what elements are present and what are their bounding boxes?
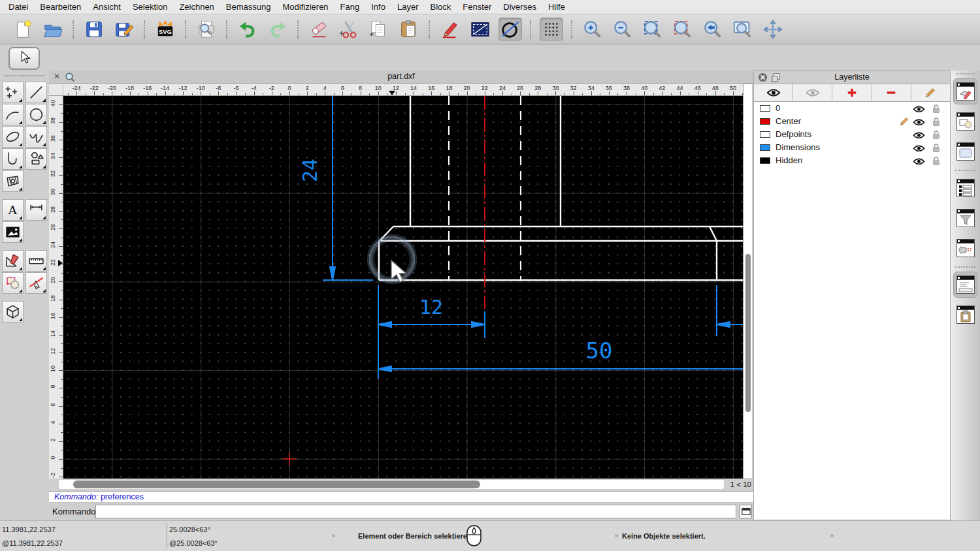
layer-row-dimensions[interactable]: Dimensions bbox=[754, 141, 950, 154]
tool-cube[interactable] bbox=[2, 301, 24, 323]
layer-row-hidden[interactable]: Hidden bbox=[754, 154, 950, 167]
layer-lock-icon[interactable] bbox=[932, 143, 940, 153]
dock-library-browser-button[interactable] bbox=[953, 138, 977, 165]
dock-selection-filter-button[interactable] bbox=[953, 205, 977, 231]
tool-hatch[interactable] bbox=[2, 170, 24, 192]
tool-select[interactable] bbox=[25, 272, 47, 294]
tool-circle[interactable] bbox=[25, 104, 47, 125]
layer-row-defpoints[interactable]: Defpoints bbox=[754, 128, 950, 141]
circle-line-button[interactable] bbox=[498, 18, 522, 41]
menu-datei[interactable]: Datei bbox=[3, 2, 34, 12]
ruler-tick bbox=[662, 91, 662, 95]
panel-close-icon[interactable] bbox=[758, 72, 768, 82]
layer-visibility-icon[interactable] bbox=[913, 118, 925, 126]
command-input[interactable] bbox=[95, 505, 736, 518]
grid-toggle-button[interactable] bbox=[540, 18, 563, 41]
hide-all-layers-button[interactable] bbox=[793, 84, 832, 101]
layer-row-0[interactable]: 0 bbox=[754, 102, 950, 115]
add-layer-button[interactable] bbox=[832, 84, 872, 101]
dock-highlight-button[interactable] bbox=[953, 235, 977, 261]
menu-selektion[interactable]: Selektion bbox=[127, 2, 173, 12]
show-all-layers-button[interactable] bbox=[754, 84, 793, 101]
vertical-scrollbar-thumb[interactable] bbox=[745, 254, 751, 412]
menu-bemassung[interactable]: Bemassung bbox=[220, 2, 277, 12]
menu-layer[interactable]: Layer bbox=[391, 2, 425, 12]
open-file-button[interactable] bbox=[41, 18, 65, 41]
menu-diverses[interactable]: Diverses bbox=[497, 2, 542, 12]
layer-visibility-icon[interactable] bbox=[913, 131, 925, 139]
layer-panel: Layerliste 0CenterDefpointsDimensionsHid… bbox=[753, 71, 951, 520]
menu-fang[interactable]: Fang bbox=[335, 2, 366, 12]
layer-visibility-icon[interactable] bbox=[913, 104, 925, 113]
drawing-canvas[interactable]: 241250 bbox=[63, 96, 743, 479]
menu-ansicht[interactable]: Ansicht bbox=[87, 2, 127, 12]
menu-bearbeiten[interactable]: Bearbeiten bbox=[34, 2, 87, 12]
undo-button[interactable] bbox=[236, 18, 259, 41]
ruler-tick bbox=[351, 93, 352, 95]
layer-row-center[interactable]: Center bbox=[754, 115, 950, 128]
horizontal-scrollbar-thumb[interactable] bbox=[73, 480, 480, 488]
tool-dimension[interactable] bbox=[25, 199, 47, 221]
save-as-button[interactable] bbox=[112, 18, 136, 41]
tool-image[interactable] bbox=[2, 221, 24, 243]
dock-entity-list-button[interactable] bbox=[953, 175, 977, 201]
menu-hilfe[interactable]: Hilfe bbox=[542, 2, 571, 12]
layer-lock-icon[interactable] bbox=[932, 104, 940, 114]
tool-text[interactable]: A bbox=[2, 199, 24, 221]
tool-ellipse[interactable] bbox=[2, 126, 24, 148]
tool-spline[interactable] bbox=[25, 126, 47, 148]
ruler-tick bbox=[627, 91, 627, 95]
dock-layer-list-button[interactable] bbox=[953, 78, 977, 104]
horizontal-scrollbar[interactable] bbox=[59, 480, 724, 489]
dock-command-widget-button[interactable] bbox=[953, 272, 977, 298]
svg-export-button[interactable]: SVG bbox=[154, 18, 177, 41]
edit-layer-button[interactable] bbox=[911, 84, 950, 101]
layer-lock-icon[interactable] bbox=[932, 130, 940, 140]
pointer-select-tool[interactable] bbox=[8, 47, 40, 70]
remove-layer-button[interactable] bbox=[872, 84, 911, 101]
layer-visibility-icon[interactable] bbox=[913, 157, 925, 165]
command-detach-button[interactable] bbox=[740, 505, 752, 518]
delete-button[interactable] bbox=[307, 18, 331, 41]
tool-points[interactable] bbox=[2, 82, 24, 103]
menu-fenster[interactable]: Fenster bbox=[457, 2, 497, 12]
paste-button[interactable] bbox=[397, 18, 421, 41]
menu-modifizieren[interactable]: Modifizieren bbox=[277, 2, 335, 12]
new-document-button[interactable] bbox=[11, 18, 35, 41]
panel-float-icon[interactable] bbox=[771, 72, 781, 82]
save-button[interactable] bbox=[82, 18, 106, 41]
menu-block[interactable]: Block bbox=[424, 2, 457, 12]
layer-lock-icon[interactable] bbox=[932, 156, 940, 166]
redo-button[interactable] bbox=[266, 18, 289, 41]
tool-modify[interactable] bbox=[2, 250, 24, 272]
zoom-pan-button[interactable] bbox=[761, 18, 785, 41]
line-rectangle-button[interactable] bbox=[468, 18, 492, 41]
dock-clipboard-widget-button[interactable] bbox=[953, 302, 977, 328]
tool-polygon[interactable] bbox=[25, 148, 47, 170]
zoom-out-button[interactable] bbox=[611, 18, 634, 41]
tool-measure[interactable] bbox=[25, 250, 47, 272]
zoom-previous-button[interactable] bbox=[671, 18, 694, 41]
menu-zeichnen[interactable]: Zeichnen bbox=[173, 2, 220, 12]
layer-lock-icon[interactable] bbox=[932, 117, 940, 127]
tool-order[interactable] bbox=[2, 272, 24, 294]
command-prompt-label: Kommando: bbox=[52, 507, 98, 516]
menu-info[interactable]: Info bbox=[365, 2, 391, 12]
ruler-tick bbox=[59, 300, 63, 300]
cad-drawing[interactable]: 241250 bbox=[63, 96, 743, 479]
print-preview-button[interactable] bbox=[195, 18, 218, 41]
ruler-label: -6 bbox=[234, 85, 239, 91]
copy-button[interactable] bbox=[367, 18, 391, 41]
zoom-auto-button[interactable] bbox=[641, 18, 664, 41]
tool-line[interactable] bbox=[25, 82, 47, 103]
layer-visibility-icon[interactable] bbox=[913, 144, 925, 152]
zoom-in-button[interactable] bbox=[581, 18, 604, 41]
zoom-window-button[interactable] bbox=[731, 18, 755, 41]
tool-arc[interactable] bbox=[2, 104, 24, 125]
cut-button[interactable] bbox=[337, 18, 361, 41]
zoom-back-button[interactable] bbox=[701, 18, 725, 41]
draw-pen-button[interactable] bbox=[438, 18, 462, 41]
dock-block-list-button[interactable] bbox=[953, 108, 977, 134]
vertical-scrollbar[interactable] bbox=[743, 84, 753, 479]
tool-polyline[interactable] bbox=[2, 148, 24, 170]
